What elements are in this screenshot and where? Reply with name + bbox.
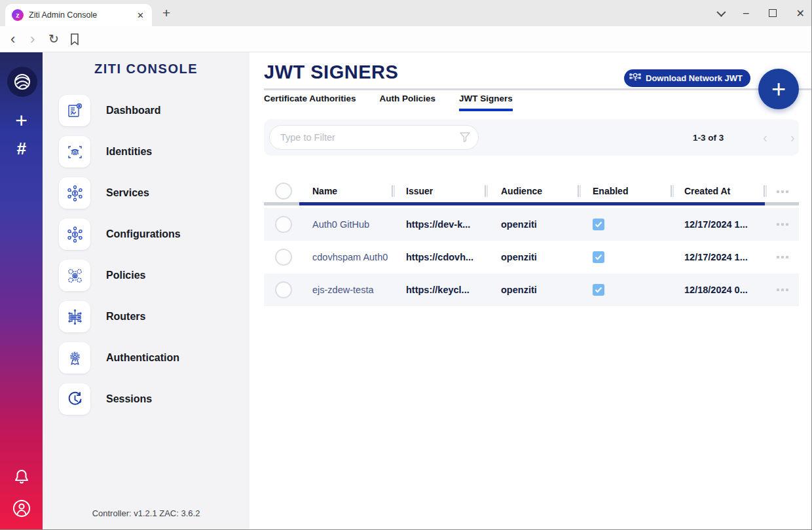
ziti-favicon-icon: z xyxy=(12,9,24,21)
pagination-prev-icon[interactable]: ‹ xyxy=(763,119,767,156)
header-underline-gray-left xyxy=(264,202,299,205)
sidebar-item-label: Authentication xyxy=(106,352,179,364)
column-resize-handle[interactable] xyxy=(671,185,674,197)
column-header-issuer[interactable]: Issuer xyxy=(406,186,433,196)
console-title: ZITI CONSOLE xyxy=(43,62,249,77)
sidebar-item-services[interactable]: Services xyxy=(59,177,236,209)
browser-tab[interactable]: z Ziti Admin Console ✕ xyxy=(5,4,152,26)
tab-search-chevron-icon[interactable] xyxy=(716,8,726,17)
pagination-next-icon[interactable]: › xyxy=(790,119,795,156)
column-header-created-at[interactable]: Created At xyxy=(684,186,730,196)
sidebar-item-label: Policies xyxy=(106,270,145,281)
filter-funnel-icon[interactable] xyxy=(459,131,471,145)
row-more-menu-icon[interactable] xyxy=(777,208,788,241)
section-tabs: Certificate Authorities Auth Policies JW… xyxy=(264,94,513,111)
tab-auth-policies[interactable]: Auth Policies xyxy=(380,94,436,111)
gradient-rail: + # xyxy=(0,52,43,530)
browser-tab-title: Ziti Admin Console xyxy=(29,10,130,20)
filter-bar: 1-3 of 3 ‹ › xyxy=(264,119,799,156)
sidebar-item-sessions[interactable]: Sessions xyxy=(59,383,236,415)
column-resize-handle[interactable] xyxy=(485,185,488,197)
cell-created-at: 12/18/2024 0... xyxy=(684,274,773,306)
sidebar: ZITI CONSOLE Dashboard Identities xyxy=(43,52,249,530)
sidebar-item-authentication[interactable]: Authentication xyxy=(59,342,236,374)
row-more-menu-icon[interactable] xyxy=(777,274,788,306)
cell-name[interactable]: Auth0 GitHub xyxy=(312,208,391,241)
sidebar-item-label: Identities xyxy=(106,146,152,158)
cell-created-at: 12/17/2024 1... xyxy=(684,208,773,241)
select-all-circle[interactable] xyxy=(275,183,292,200)
header-more-menu-icon[interactable] xyxy=(777,190,788,193)
column-resize-handle[interactable] xyxy=(764,185,767,197)
policies-gears-icon xyxy=(59,260,90,291)
cell-enabled xyxy=(593,274,604,306)
cell-created-at: 12/17/2024 1... xyxy=(684,241,773,274)
row-select-circle[interactable] xyxy=(275,216,292,233)
cell-issuer: https://keycl... xyxy=(406,274,491,306)
reload-button[interactable]: ↻ xyxy=(48,33,59,45)
browser-toolbar: ‹ › ↻ https://ctrl.cdaws.clint.demo.open… xyxy=(0,26,811,52)
maximize-button[interactable] xyxy=(769,9,777,17)
sidebar-item-policies[interactable]: Policies xyxy=(59,260,236,291)
cell-audience: openziti xyxy=(501,241,580,274)
cell-name[interactable]: ejs-zdew-testa xyxy=(312,274,391,306)
router-icon xyxy=(59,301,90,332)
cell-name[interactable]: cdovhspam Auth0 xyxy=(312,241,391,274)
cell-enabled xyxy=(593,208,604,241)
header-underline-gray-right xyxy=(765,202,799,205)
network-services-icon xyxy=(59,177,90,209)
sidebar-item-routers[interactable]: Routers xyxy=(59,301,236,332)
back-button[interactable]: ‹ xyxy=(10,32,15,46)
cell-enabled xyxy=(593,241,604,274)
user-profile-icon[interactable] xyxy=(12,499,31,521)
column-header-audience[interactable]: Audience xyxy=(501,186,542,196)
column-resize-handle[interactable] xyxy=(392,185,395,197)
table-header: Name Issuer Audience Enabled Created At xyxy=(264,183,799,202)
enabled-checkbox[interactable] xyxy=(593,284,604,296)
browser-window: z Ziti Admin Console ✕ + – ✕ ‹ › ↻ https… xyxy=(0,0,812,530)
sidebar-item-label: Configurations xyxy=(106,228,181,240)
row-select-circle[interactable] xyxy=(275,281,292,298)
bookmark-icon[interactable] xyxy=(69,33,80,45)
column-header-enabled[interactable]: Enabled xyxy=(593,186,628,196)
table-row[interactable]: Auth0 GitHub https://dev-k... openziti 1… xyxy=(264,208,799,241)
forward-button: › xyxy=(30,32,35,46)
ziti-console-app: + # ZITI CONSOLE xyxy=(0,52,811,530)
notifications-bell-icon[interactable] xyxy=(13,468,30,488)
row-more-menu-icon[interactable] xyxy=(777,241,788,274)
row-select-circle[interactable] xyxy=(275,249,292,266)
main-content: JWT SIGNERS Download Network JWT + Certi… xyxy=(249,52,811,530)
sidebar-item-label: Dashboard xyxy=(106,105,161,116)
page-title: JWT SIGNERS xyxy=(264,62,398,83)
version-footer: Controller: v1.2.1 ZAC: 3.6.2 xyxy=(43,508,249,518)
download-network-jwt-button[interactable]: Download Network JWT xyxy=(624,69,750,87)
table-row[interactable]: ejs-zdew-testa https://keycl... openziti… xyxy=(264,274,799,306)
sidebar-item-label: Routers xyxy=(106,311,145,323)
close-window-button[interactable]: ✕ xyxy=(796,7,805,20)
window-controls: – ✕ xyxy=(717,0,805,26)
tab-jwt-signers[interactable]: JWT Signers xyxy=(459,94,513,111)
cell-issuer: https://cdovh... xyxy=(406,241,491,274)
enabled-checkbox[interactable] xyxy=(593,219,604,230)
fingerprint-icon xyxy=(59,136,90,168)
column-resize-handle[interactable] xyxy=(578,185,581,197)
column-header-name[interactable]: Name xyxy=(312,186,337,196)
minimize-button[interactable]: – xyxy=(743,7,749,19)
rail-hash-button[interactable]: # xyxy=(0,139,43,159)
cell-audience: openziti xyxy=(501,274,580,306)
ziti-logo-icon[interactable] xyxy=(7,67,37,97)
sidebar-item-dashboard[interactable]: Dashboard xyxy=(59,95,236,126)
enabled-checkbox[interactable] xyxy=(593,251,604,263)
table-row[interactable]: cdovhspam Auth0 https://cdovh... openzit… xyxy=(264,241,799,274)
add-jwt-signer-button[interactable]: + xyxy=(758,69,799,109)
rail-add-button[interactable]: + xyxy=(0,109,43,133)
tab-certificate-authorities[interactable]: Certificate Authorities xyxy=(264,94,356,111)
tab-close-icon[interactable]: ✕ xyxy=(136,10,145,20)
sidebar-item-identities[interactable]: Identities xyxy=(59,136,236,168)
filter-input[interactable] xyxy=(269,125,479,150)
new-tab-button[interactable]: + xyxy=(162,5,170,21)
authentication-badge-icon xyxy=(59,342,90,374)
header-divider xyxy=(264,88,812,90)
pagination-range: 1-3 of 3 xyxy=(693,119,724,156)
sidebar-item-configurations[interactable]: Configurations xyxy=(59,219,236,250)
